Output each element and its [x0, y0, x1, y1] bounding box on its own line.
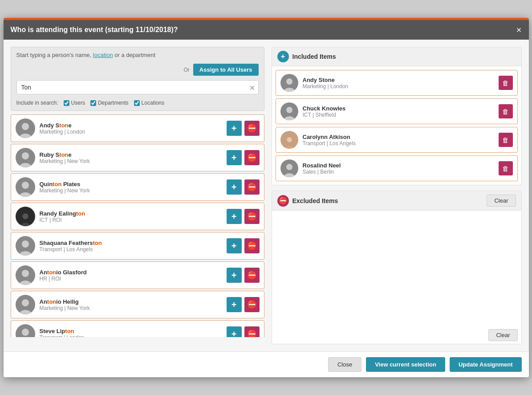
excluded-clear-button[interactable]: Clear: [488, 329, 517, 341]
search-clear-icon[interactable]: ✕: [249, 85, 255, 92]
svg-point-5: [19, 192, 32, 197]
add-button[interactable]: +: [227, 297, 242, 312]
person-info: Randy Ealington ICT | ROI: [40, 210, 222, 223]
person-name: Chuck Knowles: [303, 105, 494, 112]
excluded-clear-button-top[interactable]: Clear: [487, 195, 516, 207]
checkbox-locations[interactable]: [134, 100, 140, 106]
exclude-button[interactable]: ⛔: [244, 268, 260, 283]
included-list: Andy Stone Marketing | London🗑 Chuck Kno…: [272, 66, 521, 185]
include-label: Include in search:: [16, 100, 58, 106]
exclude-button[interactable]: ⛔: [244, 326, 260, 337]
person-name: Carolynn Atkison: [303, 134, 494, 140]
person-dept: HR | ROI: [40, 276, 222, 282]
left-panel: Start typing a person's name, location o…: [11, 47, 264, 344]
excluded-header: ⛔ Excluded Items Clear: [272, 191, 521, 211]
close-button[interactable]: Close: [328, 357, 361, 372]
person-info: Quinton Plates Marketing | New York: [40, 181, 222, 194]
svg-point-24: [286, 164, 292, 170]
checkbox-users[interactable]: [64, 100, 69, 106]
search-input-wrapper: ✕: [11, 78, 264, 98]
person-name: Antonio Heilig: [40, 298, 222, 305]
avatar: [16, 148, 35, 167]
svg-point-3: [19, 163, 32, 167]
exclude-button[interactable]: ⛔: [244, 238, 260, 253]
included-item: Chuck Knowles ICT | Sheffield🗑: [276, 98, 518, 124]
modal-body: Start typing a person's name, location o…: [4, 40, 529, 351]
svg-point-25: [284, 173, 295, 177]
item-actions: +⛔: [227, 150, 260, 165]
svg-point-11: [22, 270, 29, 277]
item-actions: +⛔: [227, 238, 260, 253]
avatar: [16, 236, 35, 256]
excluded-area: [272, 211, 521, 326]
person-name: Ruby Stone: [40, 151, 222, 158]
delete-button[interactable]: 🗑: [499, 133, 513, 147]
svg-point-1: [19, 134, 32, 138]
exclude-button[interactable]: ⛔: [244, 297, 260, 312]
person-info: Andy Stone Marketing | London: [40, 122, 222, 135]
person-name: Rosalind Neel: [303, 162, 494, 169]
person-dept: Marketing | New York: [40, 187, 222, 194]
search-options: Include in search: Users Departments Loc…: [11, 98, 264, 110]
avatar: [16, 207, 35, 226]
add-button[interactable]: +: [227, 268, 242, 283]
svg-point-7: [22, 213, 28, 219]
add-button[interactable]: +: [227, 179, 242, 195]
checkbox-locations-label[interactable]: Locations: [134, 100, 164, 106]
svg-point-15: [22, 329, 29, 336]
add-button[interactable]: +: [227, 326, 242, 337]
person-dept: Marketing | London: [40, 129, 222, 135]
included-item: Andy Stone Marketing | London🗑: [276, 70, 518, 96]
delete-button[interactable]: 🗑: [499, 161, 513, 175]
person-info: Steve Lipton Transport | London: [40, 328, 222, 338]
hint-location: location: [93, 52, 113, 58]
person-dept: ICT | ROI: [40, 217, 222, 223]
checkbox-departments-label[interactable]: Departments: [90, 100, 129, 106]
person-info: Chuck Knowles ICT | Sheffield: [303, 105, 494, 118]
avatar: [16, 324, 35, 337]
avatar: [280, 74, 298, 92]
result-item: Shaquana Featherston Transport | Los Ang…: [11, 232, 264, 260]
included-item: Rosalind Neel Sales | Berlin🗑: [276, 155, 518, 181]
exclude-button[interactable]: ⛔: [244, 209, 260, 224]
modal-title: Who is attending this event (starting 11…: [11, 26, 178, 34]
person-info: Antonio Glasford HR | ROI: [40, 269, 222, 282]
result-item: Randy Ealington ICT | ROI+⛔: [11, 203, 264, 230]
add-button[interactable]: +: [227, 209, 242, 224]
avatar: [16, 295, 35, 314]
included-item: Carolynn Atkison Transport | Los Angels🗑: [276, 127, 518, 153]
view-selection-button[interactable]: View current selection: [366, 357, 445, 372]
modal-close-button[interactable]: ×: [516, 25, 522, 34]
exclude-button[interactable]: ⛔: [244, 179, 260, 195]
exclude-button[interactable]: ⛔: [244, 150, 260, 165]
add-button[interactable]: +: [227, 238, 242, 253]
update-assignment-button[interactable]: Update Assignment: [450, 357, 522, 372]
svg-point-17: [286, 78, 292, 85]
person-name: Andy Stone: [40, 122, 222, 129]
search-input[interactable]: [16, 80, 259, 94]
person-dept: Sales | Berlin: [303, 169, 494, 175]
exclude-button[interactable]: ⛔: [244, 121, 260, 136]
delete-button[interactable]: 🗑: [499, 104, 513, 118]
assign-all-button[interactable]: Assign to All Users: [193, 64, 259, 76]
person-dept: Marketing | London: [303, 83, 494, 90]
svg-point-19: [286, 107, 292, 113]
right-panel: + Included Items Andy Stone Marketing | …: [272, 47, 522, 344]
result-item: Antonio Glasford HR | ROI+⛔: [11, 261, 264, 289]
person-info: Carolynn Atkison Transport | Los Angels: [303, 134, 494, 147]
person-name: Andy Stone: [303, 77, 494, 83]
included-section: + Included Items Andy Stone Marketing | …: [272, 47, 522, 185]
svg-point-0: [22, 123, 29, 130]
add-button[interactable]: +: [227, 121, 242, 136]
checkbox-departments[interactable]: [90, 100, 96, 106]
checkbox-users-label[interactable]: Users: [64, 100, 85, 106]
person-name: Shaquana Featherston: [40, 240, 222, 246]
svg-point-13: [22, 299, 29, 306]
person-name: Randy Ealington: [40, 210, 222, 217]
item-actions: +⛔: [227, 268, 260, 283]
add-button[interactable]: +: [227, 150, 242, 165]
included-header: + Included Items: [272, 47, 521, 66]
svg-point-22: [287, 137, 292, 142]
delete-button[interactable]: 🗑: [499, 76, 513, 90]
svg-point-9: [22, 240, 29, 248]
